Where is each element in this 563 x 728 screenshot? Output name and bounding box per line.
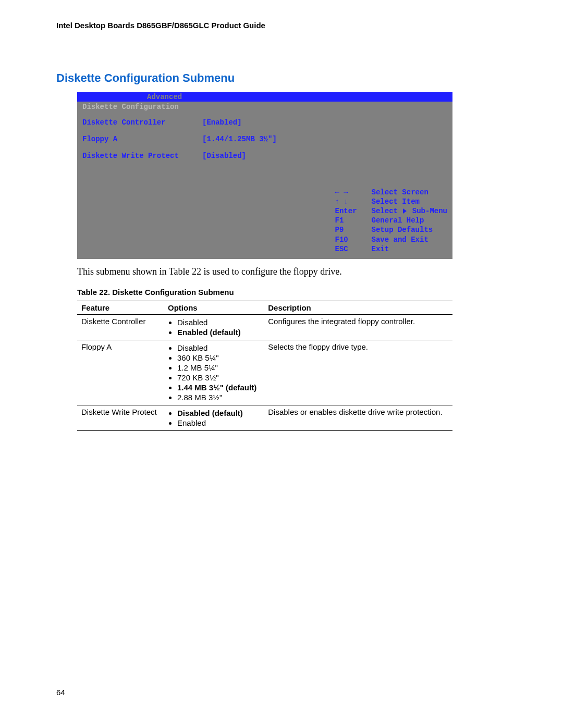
table-row: Diskette Write ProtectDisabled (default)… — [77, 405, 452, 431]
bios-help-key: Enter — [335, 206, 372, 216]
option-item: Enabled — [177, 418, 260, 427]
cell-description: Configures the integrated floppy control… — [264, 315, 452, 340]
col-feature: Feature — [77, 301, 164, 315]
document-page: Intel Desktop Boards D865GBF/D865GLC Pro… — [0, 0, 563, 728]
bios-tab-advanced: Advanced — [145, 92, 184, 102]
cell-description: Disables or enables diskette drive write… — [264, 405, 452, 431]
body-paragraph: This submenu shown in Table 22 is used t… — [77, 266, 507, 277]
col-options: Options — [164, 301, 264, 315]
bios-item-value: [1.44/1.25MB 3½"] — [202, 135, 277, 143]
bios-help-key: P9 — [335, 225, 372, 235]
option-item: Enabled (default) — [177, 328, 260, 337]
bios-help-row: F10 Save and Exit — [335, 235, 447, 244]
table-body: Diskette ControllerDisabledEnabled (defa… — [77, 315, 452, 431]
table-row: Floppy ADisabled360 KB 5¼"1.2 MB 5¼"720 … — [77, 340, 452, 405]
cell-options: DisabledEnabled (default) — [164, 315, 264, 340]
bios-menu-bar: Advanced — [77, 92, 452, 102]
bios-item-write-protect: Diskette Write Protect [Disabled] — [82, 152, 447, 160]
page-number: 64 — [56, 688, 65, 697]
bios-help-panel: ← → Select Screen ↑ ↓ Select Item Enter … — [335, 188, 447, 254]
bios-help-key: ← → — [335, 188, 372, 197]
option-item: 720 KB 3½" — [177, 373, 260, 382]
option-item: Disabled — [177, 343, 260, 352]
bios-help-key: F1 — [335, 216, 372, 225]
bios-help-key: ↑ ↓ — [335, 197, 372, 206]
col-description: Description — [264, 301, 452, 315]
cell-feature: Diskette Controller — [77, 315, 164, 340]
option-item: 2.88 MB 3½" — [177, 393, 260, 402]
bios-help-row: P9 Setup Defaults — [335, 225, 447, 235]
bios-help-desc: Save and Exit — [372, 235, 429, 244]
bios-help-row: ← → Select Screen — [335, 188, 447, 197]
bios-item-value: [Disabled] — [202, 152, 246, 160]
bios-help-key: F10 — [335, 235, 372, 244]
bios-body: Diskette Configuration Diskette Controll… — [77, 102, 452, 259]
bios-help-desc: Setup Defaults — [372, 225, 433, 235]
bios-help-row: Enter Select Sub-Menu — [335, 206, 447, 216]
bios-help-row: ESC Exit — [335, 244, 447, 254]
bios-item-label: Diskette Controller — [82, 118, 202, 127]
option-item: Disabled (default) — [177, 409, 260, 417]
bios-help-desc: Exit — [372, 244, 389, 254]
document-header: Intel Desktop Boards D865GBF/D865GLC Pro… — [56, 21, 507, 30]
bios-help-desc: Select Screen — [372, 188, 429, 197]
bios-item-value: [Enabled] — [202, 118, 242, 127]
cell-feature: Diskette Write Protect — [77, 405, 164, 431]
spec-table: Feature Options Description Diskette Con… — [77, 301, 452, 431]
bios-help-row: ↑ ↓ Select Item — [335, 197, 447, 206]
bios-screenshot: Advanced Diskette Configuration Diskette… — [77, 92, 452, 259]
bios-item-label: Diskette Write Protect — [82, 152, 202, 160]
bios-item-floppy-a: Floppy A [1.44/1.25MB 3½"] — [82, 135, 447, 143]
cell-feature: Floppy A — [77, 340, 164, 405]
option-item: 360 KB 5¼" — [177, 353, 260, 362]
bios-item-diskette-controller: Diskette Controller [Enabled] — [82, 118, 447, 127]
cell-options: Disabled360 KB 5¼"1.2 MB 5¼"720 KB 3½"1.… — [164, 340, 264, 405]
option-item: Disabled — [177, 318, 260, 327]
bios-help-row: F1 General Help — [335, 216, 447, 225]
option-item: 1.44 MB 3½" (default) — [177, 383, 260, 392]
section-title: Diskette Configuration Submenu — [56, 71, 507, 85]
option-item: 1.2 MB 5¼" — [177, 363, 260, 372]
bios-help-desc: Select Sub-Menu — [372, 206, 447, 216]
bios-help-desc: Select Item — [372, 197, 420, 206]
table-caption: Table 22. Diskette Configuration Submenu — [77, 288, 507, 297]
cell-description: Selects the floppy drive type. — [264, 340, 452, 405]
bios-help-desc: General Help — [372, 216, 424, 225]
table-row: Diskette ControllerDisabledEnabled (defa… — [77, 315, 452, 340]
cell-options: Disabled (default)Enabled — [164, 405, 264, 431]
bios-item-label: Floppy A — [82, 135, 202, 143]
triangle-right-icon — [403, 208, 407, 214]
table-header-row: Feature Options Description — [77, 301, 452, 315]
bios-screen-title: Diskette Configuration — [82, 103, 447, 111]
bios-help-key: ESC — [335, 244, 372, 254]
